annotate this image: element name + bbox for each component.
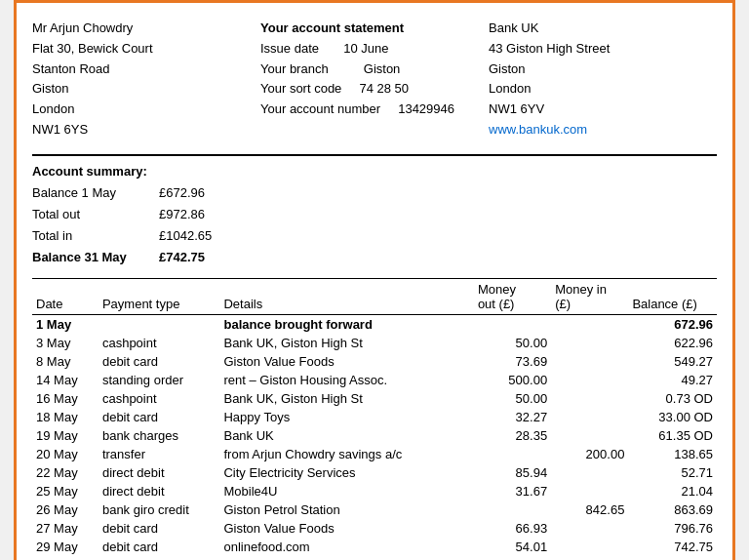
customer-name: Mr Arjun Chowdry bbox=[32, 19, 260, 39]
table-cell: 28.35 bbox=[474, 426, 551, 445]
table-cell: 20 May bbox=[32, 445, 99, 463]
summary-row-3: Balance 31 May £742.75 bbox=[32, 247, 717, 268]
account-number-value: 13429946 bbox=[398, 101, 454, 116]
table-cell: onlinefood.com bbox=[219, 538, 473, 556]
table-cell: 25 May bbox=[32, 482, 99, 500]
table-cell: 549.27 bbox=[628, 352, 717, 371]
table-cell: 672.96 bbox=[628, 315, 717, 335]
table-cell: 33.00 OD bbox=[628, 408, 717, 426]
table-cell bbox=[551, 463, 628, 482]
table-cell: 138.65 bbox=[628, 445, 717, 463]
col-header-payment: Payment type bbox=[99, 279, 220, 315]
table-cell: 742.75 bbox=[628, 556, 717, 560]
summary-row-1: Total out £972.86 bbox=[32, 204, 717, 225]
table-cell: 21.04 bbox=[628, 482, 717, 500]
table-cell: 18 May bbox=[32, 408, 99, 426]
table-cell: Bank UK, Giston High St bbox=[219, 389, 473, 408]
table-cell: 3 May bbox=[32, 334, 99, 352]
table-cell bbox=[474, 556, 551, 560]
col-header-details: Details bbox=[219, 279, 473, 315]
customer-address3: Giston bbox=[32, 79, 260, 100]
issue-date-value: 10 June bbox=[343, 41, 388, 56]
thick-divider-1 bbox=[32, 154, 717, 156]
bank-address3: London bbox=[489, 79, 717, 100]
bank-name: Bank UK bbox=[489, 19, 717, 39]
table-cell: 31.67 bbox=[474, 482, 551, 500]
table-cell: Happy Toys bbox=[219, 408, 473, 426]
table-cell: Bank UK, Giston High St bbox=[219, 334, 473, 352]
table-cell bbox=[551, 482, 628, 500]
summary-label-1: Total out bbox=[32, 204, 159, 225]
table-row: 14 Maystanding orderrent – Giston Housin… bbox=[32, 371, 717, 389]
table-cell: Giston Petrol Station bbox=[219, 500, 473, 519]
issue-date-label: Issue date bbox=[260, 41, 319, 56]
table-row: 20 Maytransferfrom Arjun Chowdry savings… bbox=[32, 445, 717, 463]
summary-label-2: Total in bbox=[32, 225, 159, 247]
summary-value-3: £742.75 bbox=[159, 247, 256, 268]
table-cell: 842.65 bbox=[551, 500, 628, 519]
branch-value: Giston bbox=[364, 61, 401, 76]
table-cell bbox=[551, 538, 628, 556]
table-row: 8 Maydebit cardGiston Value Foods73.6954… bbox=[32, 352, 717, 371]
table-cell: 19 May bbox=[32, 426, 99, 445]
table-row: 25 Maydirect debitMobile4U31.6721.04 bbox=[32, 482, 717, 500]
table-cell: 0.73 OD bbox=[628, 389, 717, 408]
table-row: 16 MaycashpointBank UK, Giston High St50… bbox=[32, 389, 717, 408]
summary-row-2: Total in £1042.65 bbox=[32, 225, 717, 247]
table-cell: 27 May bbox=[32, 519, 99, 538]
table-cell bbox=[99, 556, 220, 560]
table-cell: 863.69 bbox=[628, 500, 717, 519]
table-cell: 742.75 bbox=[628, 538, 717, 556]
table-cell: 796.76 bbox=[628, 519, 717, 538]
table-cell bbox=[551, 556, 628, 560]
table-cell: debit card bbox=[99, 519, 220, 538]
summary-title: Account summary: bbox=[32, 164, 717, 179]
table-cell: 54.01 bbox=[474, 538, 551, 556]
table-cell: cashpoint bbox=[99, 389, 220, 408]
table-row: 3 MaycashpointBank UK, Giston High St50.… bbox=[32, 334, 717, 352]
table-cell: 52.71 bbox=[628, 463, 717, 482]
table-header-row: Date Payment type Details Moneyout (£) M… bbox=[32, 279, 717, 315]
bank-address: Bank UK 43 Giston High Street Giston Lon… bbox=[489, 19, 717, 140]
table-row: 31 Maybalance carried forward742.75 bbox=[32, 556, 717, 560]
table-cell: standing order bbox=[99, 371, 220, 389]
table-cell bbox=[474, 315, 551, 335]
summary-label-0: Balance 1 May bbox=[32, 182, 159, 204]
bank-address1: 43 Giston High Street bbox=[489, 39, 717, 60]
table-cell: balance brought forward bbox=[219, 315, 473, 335]
table-cell: debit card bbox=[99, 352, 220, 371]
table-cell bbox=[99, 315, 220, 335]
table-cell: rent – Giston Housing Assoc. bbox=[219, 371, 473, 389]
transactions-table: Date Payment type Details Moneyout (£) M… bbox=[32, 278, 717, 560]
table-row: 1 Maybalance brought forward672.96 bbox=[32, 315, 717, 335]
bank-statement: Mr Arjun Chowdry Flat 30, Bewick Court S… bbox=[14, 0, 735, 560]
table-cell: direct debit bbox=[99, 482, 220, 500]
sort-code-value: 74 28 50 bbox=[359, 81, 409, 96]
table-cell: 16 May bbox=[32, 389, 99, 408]
table-cell: bank charges bbox=[99, 426, 220, 445]
table-cell bbox=[551, 334, 628, 352]
table-cell: 26 May bbox=[32, 500, 99, 519]
table-cell bbox=[551, 426, 628, 445]
table-cell: 50.00 bbox=[474, 389, 551, 408]
account-details: Your account statement Issue date 10 Jun… bbox=[260, 19, 489, 140]
table-row: 27 Maydebit cardGiston Value Foods66.937… bbox=[32, 519, 717, 538]
table-row: 18 Maydebit cardHappy Toys32.2733.00 OD bbox=[32, 408, 717, 426]
table-cell bbox=[551, 408, 628, 426]
bank-website[interactable]: www.bankuk.com bbox=[489, 120, 717, 140]
table-cell: debit card bbox=[99, 538, 220, 556]
header-section: Mr Arjun Chowdry Flat 30, Bewick Court S… bbox=[32, 19, 717, 140]
table-cell: transfer bbox=[99, 445, 220, 463]
table-cell bbox=[551, 371, 628, 389]
table-cell bbox=[551, 519, 628, 538]
table-cell: cashpoint bbox=[99, 334, 220, 352]
table-cell: balance carried forward bbox=[219, 556, 473, 560]
account-summary: Account summary: Balance 1 May £672.96 T… bbox=[32, 164, 717, 268]
col-header-balance: Balance (£) bbox=[628, 279, 717, 315]
sort-code-label: Your sort code bbox=[260, 81, 341, 96]
table-row: 26 Maybank giro creditGiston Petrol Stat… bbox=[32, 500, 717, 519]
table-cell: 66.93 bbox=[474, 519, 551, 538]
customer-address5: NW1 6YS bbox=[32, 120, 260, 140]
table-row: 22 Maydirect debitCity Electricity Servi… bbox=[32, 463, 717, 482]
summary-value-0: £672.96 bbox=[159, 182, 256, 204]
